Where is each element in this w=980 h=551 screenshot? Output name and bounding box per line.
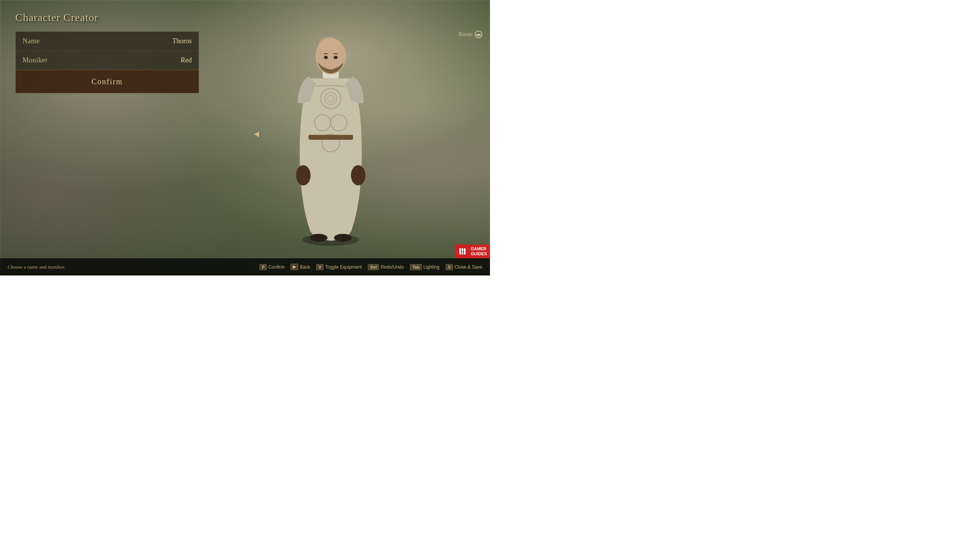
character-area [220,14,441,248]
key-tab: Tab [410,264,422,270]
rotate-hint: Rotate ◀▶ [458,31,482,38]
bottom-bar: Choose a name and moniker. F Confirm ▶ B… [0,258,490,276]
key-f: F [260,264,267,270]
label-save: Close & Save [454,264,482,270]
svg-point-12 [333,56,338,59]
confirm-button-label: Confirm [91,77,123,86]
name-value: Thoros [172,37,192,45]
control-toggle: V Toggle Equipment [316,264,362,270]
watermark-logo [458,246,469,257]
key-v: V [316,264,323,270]
moniker-value: Red [181,56,192,64]
character-figure [220,14,441,248]
bottom-hint: Choose a name and moniker. [8,264,65,270]
confirm-button[interactable]: Confirm [16,70,199,93]
svg-point-11 [324,56,328,59]
control-lighting: Tab Lighting [410,264,439,270]
svg-point-14 [351,165,366,186]
form-container: Name Thoros Moniker Red Confirm [15,31,199,93]
svg-point-16 [334,234,351,242]
svg-point-10 [318,37,339,51]
key-del: Del [368,264,379,270]
ui-panel: Character Creator Name Thoros Moniker Re… [15,11,199,93]
moniker-row[interactable]: Moniker Red [16,51,199,70]
page-title: Character Creator [15,11,199,24]
name-label: Name [23,37,40,45]
svg-point-15 [310,234,327,242]
label-back: Back [300,264,310,270]
control-save: X Close & Save [446,264,482,270]
rotate-label: Rotate [458,31,472,37]
svg-rect-18 [459,248,461,254]
rotate-icon: ◀▶ [475,31,482,38]
control-confirm: F Confirm [260,264,284,270]
label-toggle: Toggle Equipment [325,264,362,270]
watermark: GAMER GUIDES [455,245,490,258]
control-back: ▶ Back [291,264,310,270]
name-row[interactable]: Name Thoros [16,32,199,51]
label-redo: Redo/Undo [381,264,404,270]
label-lighting: Lighting [423,264,439,270]
bottom-controls: F Confirm ▶ Back V Toggle Equipment Del … [260,264,482,270]
svg-rect-21 [462,252,463,254]
svg-point-13 [296,165,310,186]
key-back: ▶ [291,264,298,270]
moniker-label: Moniker [23,56,48,64]
label-confirm: Confirm [268,264,284,270]
key-x: X [446,264,453,270]
control-redo: Del Redo/Undo [368,264,404,270]
watermark-text: GAMER GUIDES [471,246,487,256]
scene: Character Creator Name Thoros Moniker Re… [0,0,490,276]
svg-rect-19 [462,248,463,251]
svg-rect-20 [464,248,466,254]
svg-rect-7 [309,135,353,140]
